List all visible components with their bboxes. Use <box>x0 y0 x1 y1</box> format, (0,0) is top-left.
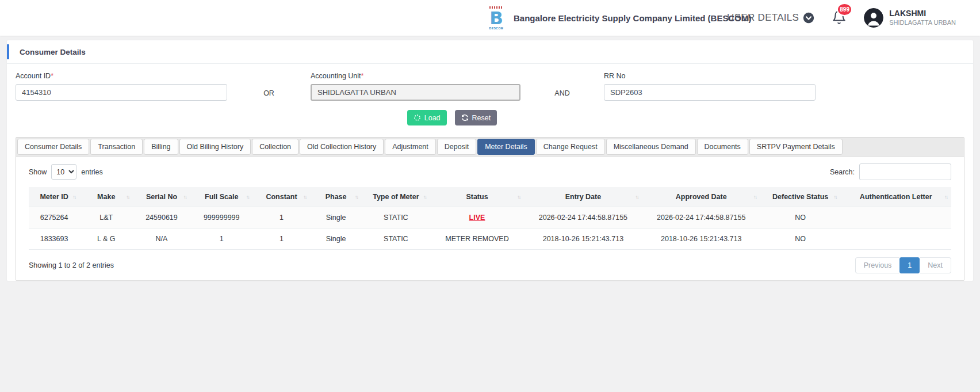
column-header-make[interactable]: Make↑↓ <box>79 187 133 207</box>
column-header-serial-no[interactable]: Serial No↑↓ <box>133 187 190 207</box>
cell: L & G <box>79 229 133 250</box>
cell: L&T <box>79 207 133 229</box>
cell: N/A <box>133 229 190 250</box>
meter-details-panel: Show 10 entries Search: Meter ID↑↓Make↑↓… <box>16 157 964 280</box>
tab-adjustment[interactable]: Adjustment <box>385 139 436 155</box>
column-header-meter-id[interactable]: Meter ID↑↓ <box>29 187 79 207</box>
search-form: Account ID* OR Accounting Unit* AND RR N… <box>7 64 973 101</box>
tab-srtpv-payment-details[interactable]: SRTPV Payment Details <box>749 139 843 155</box>
accounting-unit-input[interactable] <box>311 84 520 101</box>
page-size-select[interactable]: 10 <box>51 164 76 180</box>
logo-letter: B <box>489 9 503 27</box>
pagination-current-page[interactable]: 1 <box>899 257 920 273</box>
cell: 2018-10-26 15:21:43.713 <box>642 229 760 250</box>
account-id-input[interactable] <box>16 84 227 101</box>
sort-icon: ↑↓ <box>423 194 426 200</box>
search-label: Search: <box>830 168 855 176</box>
sort-icon: ↑↓ <box>72 194 75 200</box>
avatar-person-icon <box>864 8 883 28</box>
required-asterisk: * <box>361 72 364 80</box>
cell: STATIC <box>362 229 430 250</box>
page-size-group: Show 10 entries <box>29 164 103 180</box>
chevron-down-icon <box>803 12 814 24</box>
bescom-logo-icon: B BESCOM <box>485 3 508 33</box>
rr-no-input[interactable] <box>604 84 816 101</box>
sort-icon: ↑↓ <box>355 194 358 200</box>
panel-title: Consumer Details <box>20 48 86 56</box>
cell: 1 <box>253 229 310 250</box>
search-group: Search: <box>830 163 951 180</box>
tab-documents[interactable]: Documents <box>697 139 748 155</box>
tab-meter-details[interactable]: Meter Details <box>477 139 535 155</box>
column-header-authentication-letter[interactable]: Authentication Letter↑↓ <box>840 187 951 207</box>
cell: STATIC <box>362 207 430 229</box>
brand: B BESCOM Bangalore Electricity Supply Co… <box>485 0 751 36</box>
rr-no-label: RR No <box>604 72 816 80</box>
pagination-previous[interactable]: Previous <box>855 257 900 273</box>
user-name: LAKSHMI <box>889 9 956 19</box>
meter-table: Meter ID↑↓Make↑↓Serial No↑↓Full Scale↑↓C… <box>29 187 951 250</box>
tab-bar: Consumer DetailsTransactionBillingOld Bi… <box>16 138 964 157</box>
load-button[interactable]: Load <box>407 110 447 125</box>
column-header-phase[interactable]: Phase↑↓ <box>310 187 362 207</box>
sort-icon: ↑↓ <box>246 194 249 200</box>
tab-miscellaneous-demand[interactable]: Miscellaneous Demand <box>606 139 696 155</box>
cell: 2018-10-26 15:21:43.713 <box>524 229 642 250</box>
tab-old-billing-history[interactable]: Old Billing History <box>179 139 251 155</box>
cell <box>840 207 951 229</box>
logo-caption: BESCOM <box>489 27 504 30</box>
reset-button[interactable]: Reset <box>455 110 497 125</box>
account-id-field: Account ID* <box>16 72 227 101</box>
sort-icon: ↑↓ <box>126 194 129 200</box>
table-row: 6275264L&T245906199999999991SingleSTATIC… <box>29 207 951 229</box>
cell: 1 <box>190 229 253 250</box>
column-header-constant[interactable]: Constant↑↓ <box>253 187 310 207</box>
panel-accent-bar <box>7 44 9 59</box>
status-live-link[interactable]: LIVE <box>469 214 485 222</box>
notification-bell[interactable]: 899 <box>832 9 847 27</box>
sort-icon: ↑↓ <box>517 194 520 200</box>
sort-icon: ↑↓ <box>753 194 756 200</box>
cell: 2026-02-24 17:44:58.87155 <box>524 207 642 229</box>
and-label: AND <box>520 72 604 101</box>
sort-icon: ↑↓ <box>303 194 306 200</box>
refresh-icon <box>461 114 469 121</box>
accounting-unit-field: Accounting Unit* <box>311 72 520 101</box>
loader-icon <box>414 114 421 121</box>
tab-billing[interactable]: Billing <box>144 139 178 155</box>
account-id-label: Account ID* <box>16 72 227 80</box>
cell: Single <box>310 229 362 250</box>
search-input[interactable] <box>859 163 951 180</box>
table-footer: Showing 1 to 2 of 2 entries Previous 1 N… <box>29 250 951 273</box>
cell: NO <box>760 207 841 229</box>
column-header-approved-date[interactable]: Approved Date↑↓ <box>642 187 760 207</box>
tab-panel: Consumer DetailsTransactionBillingOld Bi… <box>16 137 964 281</box>
consumer-details-card: Consumer Details Account ID* OR Accounti… <box>7 40 973 281</box>
column-header-type-of-meter[interactable]: Type of Meter↑↓ <box>362 187 430 207</box>
tab-consumer-details[interactable]: Consumer Details <box>17 139 89 155</box>
tab-deposit[interactable]: Deposit <box>437 139 476 155</box>
tab-change-request[interactable]: Change Request <box>536 139 605 155</box>
user-avatar[interactable] <box>864 8 883 28</box>
sort-icon: ↑↓ <box>944 194 947 200</box>
table-summary: Showing 1 to 2 of 2 entries <box>29 261 114 269</box>
sort-icon: ↑↓ <box>833 194 836 200</box>
column-header-defective-status[interactable]: Defective Status↑↓ <box>760 187 841 207</box>
pagination-next[interactable]: Next <box>920 257 951 273</box>
header-right: USER DETAILS 899 LAKSHMI SHIDLAGATTA URB… <box>727 8 980 28</box>
sort-icon: ↑↓ <box>636 194 638 200</box>
tab-old-collection-history[interactable]: Old Collection History <box>300 139 384 155</box>
cell: 2026-02-24 17:44:58.87155 <box>642 207 760 229</box>
table-controls: Show 10 entries Search: <box>29 163 951 180</box>
column-header-status[interactable]: Status↑↓ <box>430 187 525 207</box>
tab-collection[interactable]: Collection <box>252 139 298 155</box>
user-block[interactable]: LAKSHMI SHIDLAGATTA URBAN <box>889 9 956 26</box>
or-label: OR <box>227 72 311 101</box>
entries-label: entries <box>81 168 103 176</box>
column-header-full-scale[interactable]: Full Scale↑↓ <box>190 187 253 207</box>
tab-transaction[interactable]: Transaction <box>90 139 143 155</box>
show-label: Show <box>29 168 47 176</box>
table-row: 1833693L & GN/A11SingleSTATICMETER REMOV… <box>29 229 951 250</box>
column-header-entry-date[interactable]: Entry Date↑↓ <box>524 187 642 207</box>
card-title-row: Consumer Details <box>7 40 973 64</box>
